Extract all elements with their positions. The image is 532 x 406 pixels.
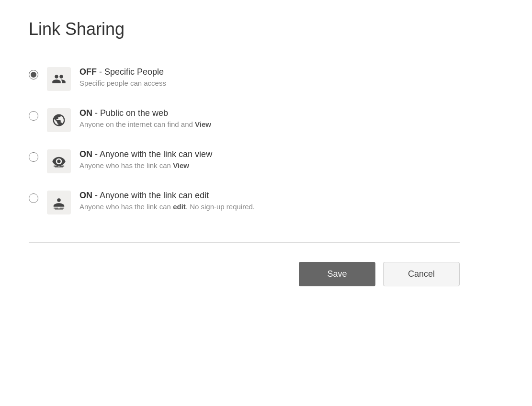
subtitle-bold-link-edit: edit	[173, 203, 186, 211]
option-title-link-view: ON - Anyone with the link can view	[79, 149, 212, 159]
cancel-button[interactable]: Cancel	[383, 262, 460, 286]
radio-wrapper-public-web[interactable]	[29, 108, 38, 121]
svg-rect-6	[55, 209, 63, 210]
option-subtitle-link-edit: Anyone who has the link can edit. No sig…	[79, 203, 255, 211]
option-title-public-web: ON - Public on the web	[79, 108, 211, 118]
option-text-specific-people: OFF - Specific People Specific people ca…	[79, 67, 166, 87]
divider	[29, 242, 460, 243]
button-row: Save Cancel	[29, 262, 460, 286]
link-sharing-dialog: Link Sharing OFF - Specific People Speci…	[29, 19, 460, 286]
option-title-rest-specific-people: - Specific People	[97, 67, 164, 77]
link-edit-icon	[52, 195, 66, 210]
radio-link-view[interactable]	[29, 152, 38, 162]
option-link-edit: ON - Anyone with the link can edit Anyon…	[29, 182, 460, 223]
radio-public-web[interactable]	[29, 111, 38, 121]
option-keyword-link-edit: ON	[79, 191, 92, 200]
option-subtitle-public-web: Anyone on the internet can find and View	[79, 120, 211, 128]
globe-icon	[52, 113, 66, 127]
people-icon	[52, 72, 66, 86]
option-text-link-edit: ON - Anyone with the link can edit Anyon…	[79, 191, 255, 211]
radio-specific-people[interactable]	[29, 70, 38, 79]
option-title-rest-public-web: - Public on the web	[92, 108, 168, 118]
option-title-specific-people: OFF - Specific People	[79, 67, 166, 77]
icon-box-link-view	[47, 149, 71, 173]
option-public-web: ON - Public on the web Anyone on the int…	[29, 100, 460, 141]
radio-wrapper-link-view[interactable]	[29, 149, 38, 162]
save-button[interactable]: Save	[299, 262, 375, 286]
radio-wrapper-link-edit[interactable]	[29, 191, 38, 203]
svg-point-3	[57, 198, 61, 202]
svg-rect-5	[59, 208, 64, 209]
option-title-rest-link-edit: - Anyone with the link can edit	[92, 191, 209, 200]
option-keyword-link-view: ON	[79, 149, 92, 159]
subtitle-bold-public-web: View	[195, 120, 211, 128]
option-link-view: ON - Anyone with the link can view Anyon…	[29, 141, 460, 182]
icon-box-link-edit	[47, 191, 71, 214]
option-subtitle-link-view: Anyone who has the link can View	[79, 161, 212, 169]
svg-rect-2	[55, 167, 63, 168]
svg-rect-4	[54, 208, 58, 209]
link-view-icon	[52, 154, 66, 169]
icon-box-people	[47, 67, 71, 91]
option-title-link-edit: ON - Anyone with the link can edit	[79, 191, 255, 201]
option-keyword-public-web: ON	[79, 108, 92, 118]
option-subtitle-specific-people: Specific people can access	[79, 79, 166, 87]
option-title-rest-link-view: - Anyone with the link can view	[92, 149, 212, 159]
option-text-public-web: ON - Public on the web Anyone on the int…	[79, 108, 211, 128]
sharing-options-list: OFF - Specific People Specific people ca…	[29, 58, 460, 223]
radio-link-edit[interactable]	[29, 193, 38, 203]
option-keyword-specific-people: OFF	[79, 67, 97, 77]
option-specific-people: OFF - Specific People Specific people ca…	[29, 58, 460, 100]
subtitle-bold-link-view: View	[173, 161, 189, 169]
svg-rect-0	[54, 166, 58, 167]
radio-wrapper-specific-people[interactable]	[29, 67, 38, 79]
dialog-title: Link Sharing	[29, 19, 460, 39]
svg-rect-1	[59, 166, 64, 167]
option-text-link-view: ON - Anyone with the link can view Anyon…	[79, 149, 212, 169]
icon-box-globe	[47, 108, 71, 132]
